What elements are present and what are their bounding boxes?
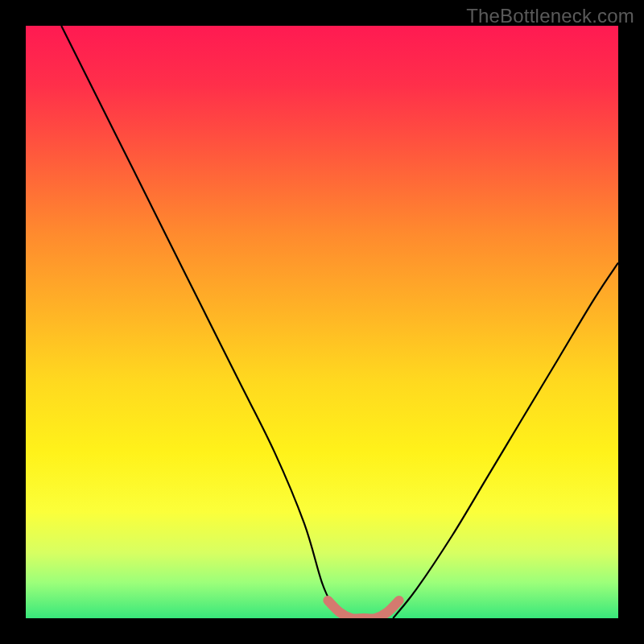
chart-frame: TheBottleneck.com	[0, 0, 644, 644]
bottleneck-curve-left	[61, 26, 345, 618]
bottleneck-curve-right	[393, 262, 618, 618]
curve-layer	[26, 26, 618, 618]
highlight-bottom	[328, 601, 398, 618]
watermark-text: TheBottleneck.com	[466, 5, 634, 27]
plot-area	[26, 26, 618, 618]
